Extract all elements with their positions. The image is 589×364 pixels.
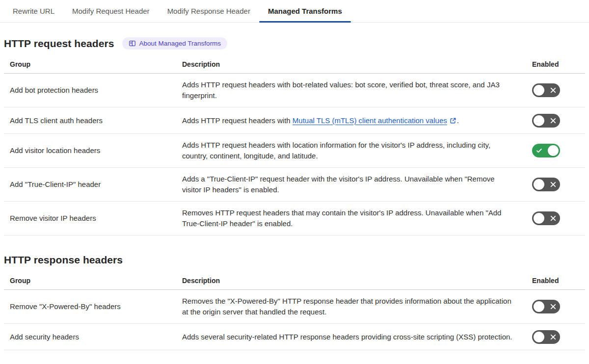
- table-row: Add "True-Client-IP" headerAdds a "True-…: [4, 168, 585, 202]
- column-header-group: Group: [10, 60, 182, 68]
- table-row: Add TLS client auth headersAdds HTTP req…: [4, 107, 585, 134]
- enabled-cell: [521, 330, 585, 344]
- table-row: Add security headersAdds several securit…: [4, 324, 585, 350]
- toggle-add-true-client-ip-header[interactable]: [532, 178, 560, 191]
- request-headers-table: Group Description Enabled Add bot protec…: [4, 54, 585, 235]
- section-title-response-headers: HTTP response headers: [4, 254, 123, 266]
- enabled-cell: [521, 144, 585, 157]
- check-icon: [536, 148, 542, 154]
- tab-bar: Rewrite URL Modify Request Header Modify…: [0, 0, 589, 23]
- toggle-add-tls-client-auth-headers[interactable]: [532, 114, 560, 128]
- group-name: Add security headers: [10, 332, 182, 342]
- toggle-knob: [534, 301, 544, 312]
- toggle-add-bot-protection-headers[interactable]: [532, 83, 560, 97]
- row-description: Adds HTTP request headers with location …: [182, 140, 521, 161]
- column-header-enabled: Enabled: [521, 60, 585, 68]
- x-icon: [550, 182, 556, 187]
- row-description: Adds a "True-Client-IP" request header w…: [182, 174, 521, 195]
- tab-rewrite-url[interactable]: Rewrite URL: [4, 0, 63, 22]
- column-header-enabled: Enabled: [521, 277, 585, 285]
- toggle-knob: [548, 145, 559, 156]
- toggle-knob: [534, 213, 544, 224]
- x-icon: [550, 215, 556, 221]
- toggle-add-security-headers[interactable]: [532, 330, 560, 344]
- group-name: Add TLS client auth headers: [10, 115, 182, 126]
- x-icon: [550, 304, 556, 310]
- table-row: Add visitor location headersAdds HTTP re…: [4, 134, 585, 168]
- row-description: Adds several security-related HTTP respo…: [182, 332, 521, 342]
- x-icon: [550, 87, 556, 93]
- row-description: Removes HTTP request headers that may co…: [182, 208, 521, 229]
- toggle-knob: [534, 85, 544, 96]
- about-managed-transforms-link[interactable]: About Managed Transforms: [122, 37, 228, 50]
- toggle-knob: [534, 115, 544, 126]
- enabled-cell: [521, 83, 585, 97]
- column-header-description: Description: [182, 277, 521, 285]
- enabled-cell: [521, 114, 585, 128]
- table-header-row: Group Description Enabled: [4, 271, 585, 290]
- toggle-remove-x-powered-by-headers[interactable]: [532, 300, 560, 313]
- description-link[interactable]: Mutual TLS (mTLS) client authentication …: [293, 116, 447, 125]
- toggle-add-visitor-location-headers[interactable]: [532, 144, 560, 157]
- response-headers-rows: Remove "X-Powered-By" headersRemoves the…: [4, 290, 585, 350]
- request-headers-section: HTTP request headers About Managed Trans…: [0, 37, 589, 235]
- response-headers-table: Group Description Enabled Remove "X-Powe…: [4, 271, 585, 350]
- table-row: Remove visitor IP headersRemoves HTTP re…: [4, 202, 585, 235]
- tab-managed-transforms[interactable]: Managed Transforms: [259, 0, 351, 22]
- row-description: Removes the "X-Powered-By" HTTP response…: [182, 296, 521, 317]
- tab-modify-request-header[interactable]: Modify Request Header: [63, 0, 159, 22]
- book-icon: [129, 40, 136, 47]
- group-name: Add visitor location headers: [10, 145, 182, 156]
- table-row: Remove "X-Powered-By" headersRemoves the…: [4, 290, 585, 324]
- section-title-request-headers: HTTP request headers: [4, 38, 114, 50]
- enabled-cell: [521, 178, 585, 191]
- table-row: Add bot protection headersAdds HTTP requ…: [4, 74, 585, 107]
- enabled-cell: [521, 211, 585, 225]
- external-link-icon[interactable]: [447, 116, 457, 125]
- badge-label: About Managed Transforms: [139, 40, 221, 47]
- enabled-cell: [521, 300, 585, 313]
- response-headers-section: HTTP response headers Group Description …: [0, 254, 589, 350]
- x-icon: [550, 118, 556, 124]
- tab-modify-response-header[interactable]: Modify Response Header: [159, 0, 259, 22]
- table-header-row: Group Description Enabled: [4, 54, 585, 74]
- toggle-remove-visitor-ip-headers[interactable]: [532, 211, 560, 225]
- x-icon: [550, 334, 556, 340]
- group-name: Remove "X-Powered-By" headers: [10, 301, 182, 312]
- row-description: Adds HTTP request headers with Mutual TL…: [182, 115, 521, 126]
- toggle-knob: [534, 179, 544, 190]
- group-name: Add bot protection headers: [10, 85, 182, 96]
- group-name: Remove visitor IP headers: [10, 213, 182, 224]
- column-header-group: Group: [10, 277, 182, 285]
- row-description: Adds HTTP request headers with bot-relat…: [182, 79, 521, 101]
- request-headers-rows: Add bot protection headersAdds HTTP requ…: [4, 74, 585, 235]
- toggle-knob: [534, 332, 544, 342]
- group-name: Add "True-Client-IP" header: [10, 179, 182, 190]
- column-header-description: Description: [182, 60, 521, 68]
